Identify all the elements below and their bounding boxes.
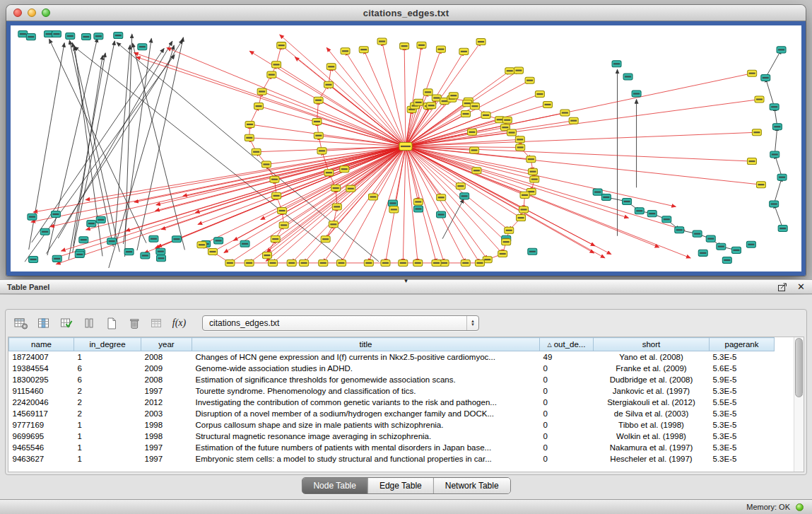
- cell-short[interactable]: Hescheler et al. (1997): [594, 453, 710, 465]
- graph-edge[interactable]: [167, 48, 406, 146]
- cell-title[interactable]: Changes of HCN gene expression and I(f) …: [192, 351, 540, 363]
- graph-node[interactable]: [432, 259, 441, 266]
- graph-node[interactable]: [507, 129, 517, 136]
- graph-node[interactable]: [459, 48, 469, 54]
- graph-node[interactable]: [271, 236, 280, 243]
- function-builder-button[interactable]: f(x): [170, 314, 189, 332]
- graph-node[interactable]: [329, 221, 338, 228]
- graph-edge[interactable]: [114, 45, 130, 245]
- graph-node[interactable]: [314, 132, 323, 139]
- cell-name[interactable]: 22420046: [9, 397, 74, 408]
- cell-year[interactable]: 2003: [141, 408, 192, 419]
- graph-node[interactable]: [460, 193, 469, 199]
- graph-node[interactable]: [632, 90, 641, 97]
- graph-node[interactable]: [706, 235, 715, 242]
- graph-edge[interactable]: [406, 146, 628, 218]
- cell-short[interactable]: Dudbridge et al. (2008): [594, 374, 710, 385]
- graph-node[interactable]: [528, 168, 537, 175]
- graph-node[interactable]: [413, 199, 423, 205]
- graph-node[interactable]: [475, 259, 484, 266]
- cell-year[interactable]: 1997: [141, 453, 192, 465]
- cell-in-degree[interactable]: 1: [74, 351, 141, 363]
- graph-node[interactable]: [770, 104, 779, 110]
- table-row[interactable]: 911546021997Tourette syndrome. Phenomeno…: [9, 385, 775, 397]
- graph-node[interactable]: [756, 182, 765, 188]
- graph-node[interactable]: [317, 148, 326, 154]
- graph-node[interactable]: [340, 166, 349, 173]
- graph-node[interactable]: [225, 259, 235, 266]
- cell-pagerank[interactable]: 5.5E-5: [710, 397, 775, 408]
- graph-node[interactable]: [481, 112, 490, 118]
- graph-node[interactable]: [647, 211, 657, 217]
- graph-node[interactable]: [593, 189, 602, 195]
- graph-node[interactable]: [300, 259, 309, 266]
- cell-short[interactable]: de Silva et al. (2003): [594, 408, 710, 419]
- graph-node[interactable]: [214, 238, 223, 244]
- graph-node[interactable]: [755, 96, 764, 103]
- graph-node[interactable]: [287, 259, 296, 266]
- graph-node[interactable]: [516, 144, 525, 151]
- graph-node[interactable]: [437, 211, 446, 218]
- graph-node[interactable]: [675, 227, 684, 233]
- graph-node[interactable]: [254, 103, 264, 110]
- graph-node[interactable]: [502, 239, 511, 245]
- cell-short[interactable]: Franke et al. (2009): [594, 363, 710, 374]
- table-mode-button[interactable]: [11, 314, 30, 332]
- graph-node[interactable]: [267, 71, 276, 78]
- graph-edge[interactable]: [406, 146, 690, 258]
- cell-name[interactable]: 19384554: [9, 363, 74, 374]
- cell-in-degree[interactable]: 1: [74, 419, 141, 431]
- cell-short[interactable]: Jankovic et al. (1997): [594, 385, 710, 397]
- graph-node[interactable]: [530, 176, 539, 182]
- cell-name[interactable]: 18724007: [9, 351, 74, 363]
- graph-node[interactable]: [368, 194, 377, 200]
- cell-short[interactable]: Wolkin et al. (1998): [594, 431, 710, 442]
- graph-node[interactable]: [94, 33, 103, 40]
- graph-node[interactable]: [543, 101, 552, 107]
- graph-node[interactable]: [623, 198, 632, 204]
- graph-node[interactable]: [525, 77, 534, 83]
- cell-year[interactable]: 1997: [141, 385, 192, 397]
- graph-node[interactable]: [138, 44, 147, 50]
- graph-node[interactable]: [107, 238, 117, 245]
- graph-node[interactable]: [399, 142, 412, 150]
- graph-node[interactable]: [278, 207, 287, 214]
- cell-year[interactable]: 2008: [141, 374, 192, 385]
- show-columns-button[interactable]: [34, 314, 53, 332]
- graph-node[interactable]: [124, 249, 134, 255]
- graph-node[interactable]: [662, 216, 671, 223]
- graph-node[interactable]: [245, 134, 254, 141]
- column-header-out-de[interactable]: △out_de...: [540, 338, 594, 351]
- graph-edge[interactable]: [86, 146, 406, 200]
- graph-node[interactable]: [66, 33, 75, 39]
- zoom-window-button[interactable]: [42, 8, 50, 17]
- graph-node[interactable]: [388, 200, 397, 206]
- graph-node[interactable]: [52, 255, 61, 262]
- graph-node[interactable]: [717, 243, 726, 250]
- graph-node[interactable]: [269, 259, 278, 266]
- graph-node[interactable]: [312, 118, 322, 124]
- graph-edge[interactable]: [765, 49, 781, 78]
- graph-node[interactable]: [560, 110, 570, 116]
- cell-in-degree[interactable]: 6: [74, 363, 141, 374]
- window-titlebar[interactable]: citations_edges.txt: [6, 5, 806, 21]
- graph-node[interactable]: [427, 103, 436, 109]
- graph-node[interactable]: [321, 236, 330, 243]
- table-row[interactable]: 1830029562008Estimation of significance …: [9, 374, 775, 385]
- graph-node[interactable]: [770, 201, 779, 207]
- graph-edge[interactable]: [403, 146, 406, 263]
- table-row[interactable]: 2242004622012Investigating the contribut…: [9, 397, 775, 408]
- table-scrollbar-thumb[interactable]: [795, 338, 803, 397]
- delete-column-button[interactable]: [124, 314, 143, 332]
- cell-title[interactable]: Corpus callosum shape and size in male p…: [192, 419, 540, 431]
- table-scrollbar[interactable]: [794, 337, 804, 472]
- graph-node[interactable]: [635, 208, 644, 214]
- cell-in-degree[interactable]: 1: [74, 442, 141, 453]
- graph-node[interactable]: [601, 194, 611, 200]
- graph-edge[interactable]: [774, 204, 783, 229]
- close-panel-icon[interactable]: ✕: [797, 282, 805, 291]
- cell-pagerank[interactable]: 5.3E-5: [710, 442, 775, 453]
- cell-pagerank[interactable]: 5.3E-5: [710, 419, 775, 431]
- graph-node[interactable]: [389, 206, 399, 213]
- graph-edge[interactable]: [137, 37, 183, 250]
